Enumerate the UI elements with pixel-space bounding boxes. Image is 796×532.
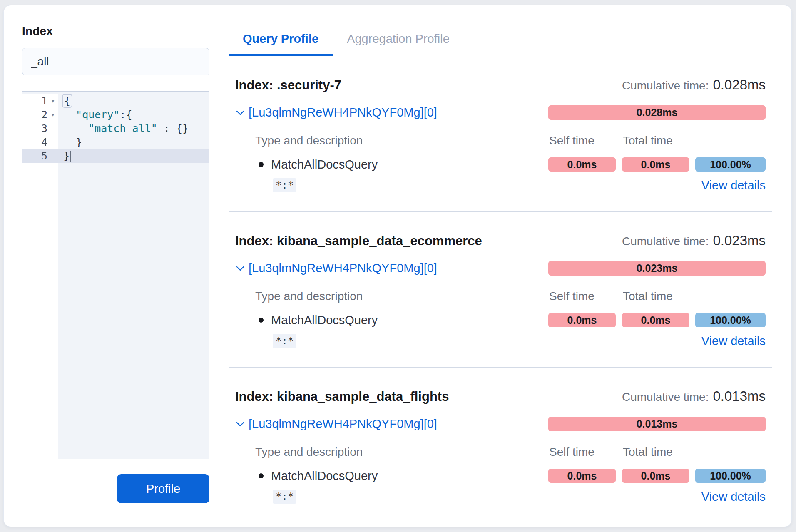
type-description-header: Type and description [255, 445, 363, 459]
chevron-down-icon [235, 419, 245, 429]
profile-tabs: Query Profile Aggregation Profile [229, 5, 772, 56]
code-text: { [62, 94, 72, 108]
bullet-icon [259, 473, 264, 478]
cumulative-time-label: Cumulative time: [622, 235, 709, 248]
self-time-badge: 0.0ms [548, 157, 616, 172]
index-section-security-7: Index: .security-7 Cumulative time: 0.02… [229, 56, 772, 212]
percent-badge: 100.00% [695, 469, 766, 483]
json-code-editor[interactable]: 1▾ { 2▾ "query":{ 3 "match_all" : {} 4 }… [22, 91, 209, 459]
line-number: 1 [41, 94, 47, 108]
lucene-query-chip: *:* [273, 490, 296, 504]
line-number: 3 [41, 122, 47, 135]
total-time-badge: 0.0ms [622, 469, 689, 483]
editor-line: 2▾ "query":{ [22, 108, 209, 122]
shard-toggle-link[interactable]: [Lu3qlmNgReWH4PNkQYF0Mg][0] [235, 106, 437, 119]
profile-button[interactable]: Profile [117, 474, 209, 503]
type-description-header: Type and description [255, 134, 363, 147]
profile-results-panel: Query Profile Aggregation Profile Index:… [229, 5, 791, 527]
bullet-icon [259, 318, 264, 323]
code-text: } [63, 136, 82, 148]
bullet-icon [259, 162, 264, 167]
editor-gutter [22, 163, 58, 459]
query-type: MatchAllDocsQuery [271, 469, 378, 483]
text-cursor [70, 151, 71, 162]
cumulative-time-label: Cumulative time: [622, 79, 709, 92]
editor-line: 1▾ { [22, 94, 209, 108]
cumulative-time-label: Cumulative time: [622, 390, 709, 404]
index-title: Index: kibana_sample_data_ecommerce [235, 234, 482, 249]
cumulative-time-value: 0.013ms [713, 388, 766, 404]
shard-toggle-link[interactable]: [Lu3qlmNgReWH4PNkQYF0Mg][0] [235, 261, 437, 275]
index-title: Index: .security-7 [235, 78, 341, 93]
total-time-header: Total time [622, 445, 689, 459]
total-time-badge: 0.0ms [622, 157, 689, 172]
code-text: } [63, 150, 70, 162]
lucene-query-chip: *:* [273, 334, 296, 348]
fold-arrow-icon[interactable]: ▾ [47, 94, 58, 108]
shard-time-badge: 0.013ms [548, 417, 766, 431]
chevron-down-icon [235, 108, 245, 118]
editor-line: 3 "match_all" : {} [22, 122, 209, 135]
chevron-down-icon [235, 264, 245, 273]
self-time-badge: 0.0ms [548, 469, 616, 483]
code-text [63, 109, 76, 121]
query-row: MatchAllDocsQuery 0.0ms 0.0ms 100.00% [255, 157, 766, 172]
cumulative-time-value: 0.028ms [713, 77, 766, 93]
code-text [63, 122, 88, 134]
index-section-flights: Index: kibana_sample_data_flights Cumula… [229, 368, 772, 523]
search-profiler-panel: Index 1▾ { 2▾ "query":{ 3 "match_all" : … [3, 5, 792, 527]
view-details-link[interactable]: View details [701, 490, 766, 504]
shard-time-badge: 0.023ms [548, 261, 766, 276]
self-time-header: Self time [548, 445, 616, 459]
view-details-link[interactable]: View details [701, 179, 766, 192]
self-time-badge: 0.0ms [548, 313, 616, 327]
lucene-query-chip: *:* [273, 178, 296, 192]
line-number: 2 [41, 108, 47, 122]
fold-arrow-icon[interactable]: ▾ [47, 108, 58, 122]
percent-badge: 100.00% [695, 157, 766, 172]
percent-badge: 100.00% [695, 313, 766, 327]
line-number: 5 [41, 149, 47, 163]
line-number: 4 [41, 135, 47, 149]
index-input[interactable] [22, 48, 209, 75]
index-label: Index [22, 25, 229, 38]
tab-aggregation-profile[interactable]: Aggregation Profile [333, 25, 464, 56]
total-time-header: Total time [622, 290, 689, 303]
editor-line: 4 } [22, 135, 209, 149]
tab-query-profile[interactable]: Query Profile [229, 25, 333, 56]
shard-time-badge: 0.028ms [548, 105, 766, 120]
query-type: MatchAllDocsQuery [271, 158, 378, 172]
index-title: Index: kibana_sample_data_flights [235, 389, 449, 404]
self-time-header: Self time [548, 134, 616, 147]
self-time-header: Self time [548, 290, 616, 303]
index-section-ecommerce: Index: kibana_sample_data_ecommerce Cumu… [229, 212, 772, 368]
query-row: MatchAllDocsQuery 0.0ms 0.0ms 100.00% [255, 469, 766, 483]
query-row: MatchAllDocsQuery 0.0ms 0.0ms 100.00% [255, 313, 766, 327]
query-editor-panel: Index 1▾ { 2▾ "query":{ 3 "match_all" : … [4, 5, 229, 527]
type-description-header: Type and description [255, 290, 363, 303]
total-time-badge: 0.0ms [622, 313, 689, 327]
cumulative-time-value: 0.023ms [713, 233, 766, 249]
editor-active-line: 5 } [22, 149, 209, 163]
view-details-link[interactable]: View details [701, 334, 766, 348]
query-type: MatchAllDocsQuery [271, 313, 378, 327]
shard-toggle-link[interactable]: [Lu3qlmNgReWH4PNkQYF0Mg][0] [235, 417, 437, 431]
total-time-header: Total time [622, 134, 689, 147]
